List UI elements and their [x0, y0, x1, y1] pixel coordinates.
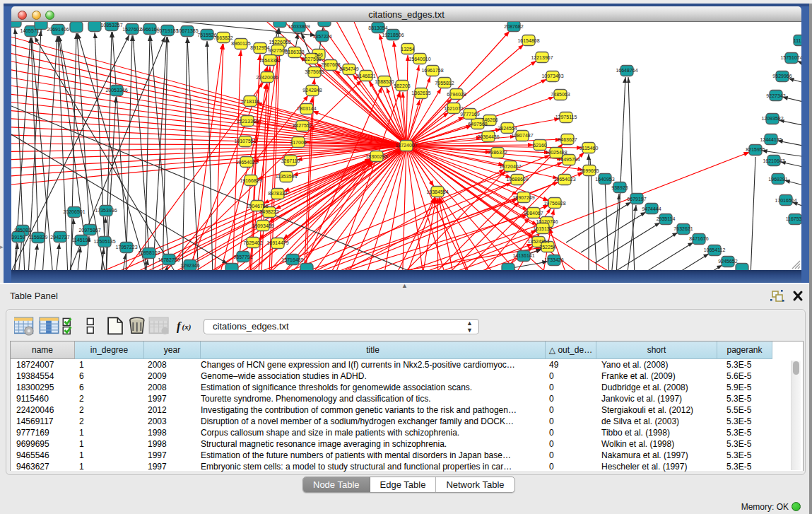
svg-text:16210643: 16210643 [763, 158, 784, 163]
svg-text:1615132: 1615132 [533, 226, 552, 231]
svg-text:8471676: 8471676 [689, 236, 708, 241]
svg-text:9245652: 9245652 [718, 259, 737, 264]
svg-text:10853257: 10853257 [100, 23, 122, 28]
svg-text:1718116: 1718116 [241, 99, 260, 104]
svg-text:1621072: 1621072 [444, 106, 463, 111]
svg-text:16914479: 16914479 [266, 240, 288, 245]
svg-text:12444135: 12444135 [760, 137, 782, 142]
svg-text:15751074: 15751074 [780, 55, 801, 60]
svg-text:7663822: 7663822 [213, 35, 233, 40]
svg-text:9463627: 9463627 [558, 137, 577, 142]
svg-text:7632621: 7632621 [673, 226, 693, 231]
svg-text:39159: 39159 [11, 235, 25, 240]
svg-text:10719185: 10719185 [156, 28, 178, 33]
svg-text:7485063: 7485063 [551, 92, 570, 97]
svg-text:3267110: 3267110 [281, 158, 300, 163]
svg-text:8912954: 8912954 [250, 45, 269, 50]
svg-text:14136141: 14136141 [512, 253, 534, 258]
svg-text:1156829: 1156829 [29, 235, 48, 240]
svg-text:16543382: 16543382 [259, 58, 281, 63]
svg-text:10807487: 10807487 [511, 133, 533, 138]
svg-text:8186328: 8186328 [285, 49, 304, 54]
svg-text:20206501: 20206501 [63, 209, 85, 214]
svg-text:1588520: 1588520 [375, 79, 394, 84]
svg-text:8878334: 8878334 [268, 191, 287, 196]
svg-text:15720407: 15720407 [499, 164, 521, 169]
svg-text:3498222: 3498222 [259, 209, 278, 214]
svg-text:20053346: 20053346 [105, 88, 127, 93]
svg-text:12213967: 12213967 [531, 55, 553, 60]
svg-text:22420046: 22420046 [256, 75, 278, 80]
svg-text:10046786: 10046786 [246, 204, 268, 209]
svg-text:16033809: 16033809 [288, 24, 310, 29]
svg-text:18724007: 18724007 [395, 143, 417, 148]
svg-text:3824554: 3824554 [498, 126, 517, 131]
svg-text:15640910: 15640910 [408, 57, 430, 62]
svg-text:20975867: 20975867 [78, 228, 100, 233]
svg-text:1167533: 1167533 [786, 216, 801, 221]
svg-text:19654023: 19654023 [235, 160, 257, 165]
svg-text:19384554: 19384554 [426, 189, 448, 194]
svg-text:13254: 13254 [401, 47, 415, 52]
svg-text:62160: 62160 [533, 143, 547, 148]
svg-text:1145194: 1145194 [72, 238, 91, 243]
svg-text:985081: 985081 [14, 228, 30, 233]
svg-text:14055713: 14055713 [20, 28, 42, 33]
svg-text:16120746: 16120746 [536, 219, 558, 224]
svg-text:1640953: 1640953 [595, 177, 614, 182]
svg-text:1527602: 1527602 [122, 27, 141, 32]
svg-text:9327508: 9327508 [302, 57, 321, 62]
svg-text:2087682: 2087682 [504, 24, 523, 29]
svg-text:317006: 317006 [290, 140, 306, 145]
svg-text:9777169: 9777169 [460, 112, 479, 117]
svg-text:10654112: 10654112 [704, 247, 726, 252]
svg-text:19654023: 19654023 [553, 177, 575, 182]
svg-text:1969291: 1969291 [768, 177, 787, 182]
svg-text:582203: 582203 [394, 83, 410, 88]
svg-text:6679197: 6679197 [627, 197, 646, 201]
svg-text:f: f [177, 320, 182, 333]
svg-text:7955812: 7955812 [435, 81, 454, 86]
svg-text:20364436: 20364436 [477, 134, 499, 139]
svg-text:10025488: 10025488 [545, 150, 567, 155]
svg-text:10107552: 10107552 [234, 139, 256, 144]
svg-text:13524851: 13524851 [527, 239, 549, 244]
svg-text:16495794: 16495794 [558, 157, 579, 162]
svg-text:18300295: 18300295 [365, 154, 387, 159]
svg-text:8813054: 8813054 [368, 25, 387, 30]
svg-text:6497568: 6497568 [468, 122, 487, 127]
svg-text:9084067: 9084067 [524, 211, 543, 216]
svg-text:1362615: 1362615 [411, 90, 430, 95]
svg-text:8960125: 8960125 [231, 41, 250, 46]
svg-text:16961758: 16961758 [421, 68, 443, 73]
svg-text:17957223: 17957223 [115, 245, 137, 250]
svg-text:17016504: 17016504 [775, 198, 796, 203]
svg-text:9529966: 9529966 [772, 74, 792, 78]
svg-text:16154808: 16154808 [517, 38, 539, 43]
svg-text:1292346: 1292346 [180, 263, 199, 268]
svg-text:252254: 252254 [539, 245, 555, 250]
svg-text:1112..: 1112.. [794, 38, 801, 43]
svg-text:11353594: 11353594 [276, 174, 298, 179]
svg-text:19756928: 19756928 [543, 201, 565, 206]
svg-text:10958107: 10958107 [138, 250, 160, 255]
svg-text:9857791: 9857791 [233, 255, 252, 259]
svg-text:9146821: 9146821 [356, 74, 375, 78]
svg-text:10688609: 10688609 [506, 177, 528, 182]
svg-text:938923: 938923 [611, 185, 628, 190]
svg-text:12093582: 12093582 [761, 116, 783, 121]
svg-text:10093489: 10093489 [252, 223, 273, 228]
svg-text:1733426: 1733426 [544, 257, 563, 262]
svg-text:10973493: 10973493 [541, 74, 563, 78]
svg-text:12505135: 12505135 [93, 239, 115, 244]
svg-text:15226058: 15226058 [269, 40, 290, 45]
svg-text:15716485: 15716485 [281, 257, 303, 262]
svg-text:8454749: 8454749 [339, 66, 358, 71]
svg-text:7357224: 7357224 [312, 34, 331, 39]
svg-text:12213369: 12213369 [236, 119, 258, 124]
svg-text:8215955: 8215955 [746, 147, 765, 152]
svg-text:18907249: 18907249 [512, 195, 534, 200]
svg-text:16782759: 16782759 [158, 257, 180, 262]
svg-text:9699695: 9699695 [579, 168, 599, 173]
svg-text:9242848: 9242848 [302, 88, 322, 93]
